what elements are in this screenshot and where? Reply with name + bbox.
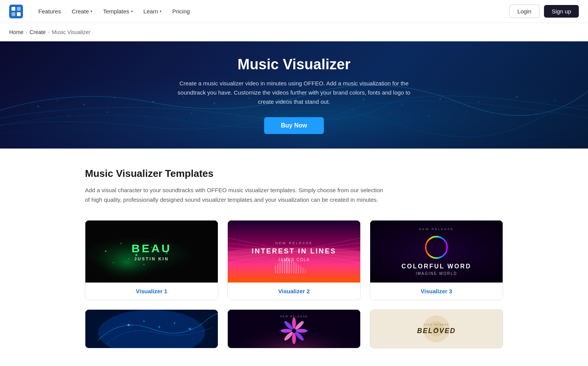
track-title-2: INTEREST IN LINES	[252, 247, 336, 255]
navbar: Features Create ▾ Templates ▾ Learn ▾ Pr…	[0, 0, 588, 23]
template-card-6[interactable]: solo release BELOVED	[370, 309, 503, 348]
svg-point-78	[127, 324, 130, 326]
svg-rect-67	[291, 260, 292, 273]
template-card-2[interactable]: NEW RELEASE INTEREST IN LINES JAMES COLA…	[227, 220, 361, 300]
nav-templates[interactable]: Templates ▾	[98, 5, 137, 18]
svg-point-8	[83, 104, 85, 105]
svg-point-24	[145, 116, 146, 117]
svg-point-42	[128, 258, 129, 259]
template-thumbnail-3: NEW RELEASE	[370, 221, 503, 283]
template-thumbnail-2: NEW RELEASE INTEREST IN LINES JAMES COLA	[228, 221, 360, 283]
svg-point-21	[555, 100, 556, 101]
svg-point-32	[467, 111, 468, 112]
track-title-6: BELOVED	[417, 327, 456, 335]
svg-point-20	[516, 96, 518, 98]
chevron-down-icon: ▾	[90, 9, 92, 13]
svg-point-31	[428, 115, 430, 117]
svg-point-19	[478, 101, 479, 103]
vis4-bg	[85, 310, 218, 348]
track-artist-2: JAMES COLA	[252, 258, 336, 262]
svg-rect-62	[279, 262, 281, 273]
chevron-down-icon: ▾	[131, 9, 133, 13]
template-label-1: Visualizer 1	[85, 283, 218, 300]
svg-point-41	[113, 262, 114, 263]
nav-learn[interactable]: Learn ▾	[139, 5, 166, 18]
nav-pricing[interactable]: Pricing	[168, 5, 194, 18]
section-title: Music Visualizer Templates	[85, 168, 503, 180]
svg-point-89	[292, 333, 296, 344]
template-badge-5: NEW RELEASE	[228, 312, 360, 319]
svg-point-37	[121, 243, 122, 244]
hero-title: Music Visualizer	[172, 56, 416, 73]
svg-rect-63	[282, 260, 283, 273]
template-card-3[interactable]: NEW RELEASE	[370, 220, 503, 300]
svg-rect-2	[17, 7, 21, 11]
logo[interactable]	[9, 5, 23, 18]
templates-grid: BEAU JUSTIN KIN Visualizer 1	[85, 220, 503, 348]
section-description: Add a visual character to your soundtrac…	[85, 186, 384, 205]
signup-button[interactable]: Sign up	[544, 5, 579, 18]
svg-rect-60	[275, 266, 276, 273]
template-label-2: Visualizer 2	[228, 283, 360, 300]
nav-left: Features Create ▾ Templates ▾ Learn ▾ Pr…	[9, 5, 194, 18]
svg-rect-72	[302, 268, 304, 273]
template-thumbnail-1: BEAU JUSTIN KIN	[85, 221, 218, 283]
template-label-3: Visualizer 3	[370, 283, 503, 300]
breadcrumb: Home › Create › Music Visualizer	[0, 23, 588, 41]
svg-point-85	[292, 317, 296, 329]
template-thumbnail-5: NEW RELEASE	[228, 310, 360, 348]
rainbow-circle	[423, 234, 450, 261]
buy-now-button[interactable]: Buy Now	[264, 117, 324, 134]
track-title-3: COLORFUL WORD	[402, 263, 472, 270]
svg-rect-1	[11, 7, 15, 11]
breadcrumb-current: Music Visualizer	[52, 29, 90, 35]
svg-point-91	[281, 329, 292, 333]
svg-point-6	[38, 106, 39, 107]
svg-point-10	[152, 101, 154, 103]
nav-links: Features Create ▾ Templates ▾ Learn ▾ Pr…	[34, 5, 194, 18]
template-card-4[interactable]	[85, 309, 218, 348]
breadcrumb-sep-2: ›	[48, 29, 49, 35]
svg-point-7	[57, 100, 58, 101]
template-track-2: NEW RELEASE INTEREST IN LINES JAMES COLA	[252, 241, 336, 262]
breadcrumb-create[interactable]: Create	[29, 29, 46, 35]
template-track-6: solo release BELOVED	[417, 323, 456, 335]
svg-point-81	[174, 322, 175, 324]
breadcrumb-sep-1: ›	[26, 29, 27, 35]
template-thumbnail-6: solo release BELOVED	[370, 310, 503, 348]
chevron-down-icon: ▾	[160, 9, 162, 13]
svg-rect-4	[17, 12, 21, 16]
template-thumbnail-4	[85, 310, 218, 348]
svg-rect-68	[293, 262, 294, 273]
track-title-1: BEAU	[131, 242, 172, 255]
svg-point-33	[535, 113, 537, 115]
svg-point-82	[189, 328, 191, 330]
nav-right: Login Sign up	[509, 5, 579, 18]
hero-description: Create a music visualizer video in minut…	[172, 79, 416, 106]
svg-rect-73	[305, 269, 306, 273]
template-track-3: NEW RELEASE	[402, 227, 472, 276]
svg-point-22	[69, 116, 70, 117]
svg-rect-70	[298, 265, 299, 273]
template-track-1: BEAU JUSTIN KIN	[131, 242, 172, 261]
svg-point-75	[426, 237, 447, 258]
hero-section: Music Visualizer Create a music visualiz…	[0, 41, 588, 149]
breadcrumb-home[interactable]: Home	[9, 29, 23, 35]
track-artist-1: JUSTIN KIN	[131, 257, 172, 261]
hero-content: Music Visualizer Create a music visualiz…	[172, 56, 416, 134]
track-artist-3: IMAGINE WORLD	[416, 271, 457, 276]
svg-point-18	[439, 98, 441, 100]
svg-point-36	[105, 250, 106, 252]
svg-rect-0	[9, 5, 23, 18]
svg-point-44	[101, 258, 102, 259]
login-button[interactable]: Login	[509, 5, 539, 18]
svg-point-9	[114, 98, 116, 99]
svg-rect-3	[11, 12, 15, 16]
svg-point-80	[158, 326, 160, 328]
template-card-1[interactable]: BEAU JUSTIN KIN Visualizer 1	[85, 220, 218, 300]
nav-features[interactable]: Features	[34, 5, 65, 18]
svg-point-43	[144, 264, 145, 265]
template-card-5[interactable]: NEW RELEASE	[227, 309, 361, 348]
nav-create[interactable]: Create ▾	[67, 5, 97, 18]
svg-point-79	[143, 320, 145, 322]
